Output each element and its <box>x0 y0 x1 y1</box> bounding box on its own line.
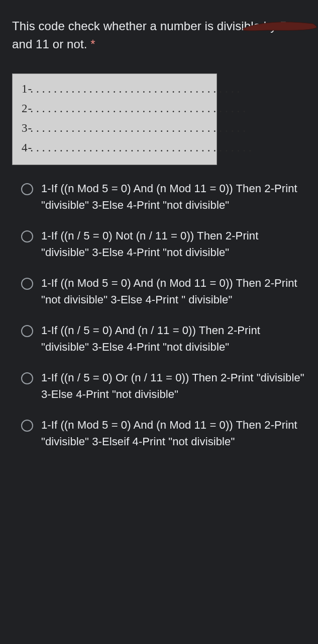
option-label: 1-If ((n Mod 5 = 0) And (n Mod 11 = 0)) … <box>41 180 306 213</box>
option-3[interactable]: 1-If ((n Mod 5 = 0) And (n Mod 11 = 0)) … <box>12 275 306 308</box>
radio-icon[interactable] <box>21 420 33 432</box>
required-asterisk: * <box>90 37 95 51</box>
radio-icon[interactable] <box>21 372 33 384</box>
option-1[interactable]: 1-If ((n Mod 5 = 0) And (n Mod 11 = 0)) … <box>12 180 306 213</box>
option-label: 1-If ((n Mod 5 = 0) And (n Mod 11 = 0)) … <box>41 417 306 450</box>
option-label: 1-If ((n / 5 = 0) And (n / 11 = 0)) Then… <box>41 322 306 355</box>
code-line-4: 4-...................................... <box>22 138 207 157</box>
code-fill-blank-box: 1-.................................... 2… <box>12 73 217 165</box>
option-2[interactable]: 1-If ((n / 5 = 0) Not (n / 11 = 0)) Then… <box>12 227 306 261</box>
option-label: 1-If ((n / 5 = 0) Or (n / 11 = 0)) Then … <box>41 369 306 403</box>
code-line-3: 3-..................................... <box>22 118 207 138</box>
code-line-2: 2-..................................... <box>22 99 207 118</box>
radio-icon[interactable] <box>21 278 33 290</box>
radio-icon[interactable] <box>21 325 33 337</box>
option-6[interactable]: 1-If ((n Mod 5 = 0) And (n Mod 11 = 0)) … <box>12 417 306 450</box>
option-label: 1-If ((n Mod 5 = 0) And (n Mod 11 = 0)) … <box>41 275 306 308</box>
radio-icon[interactable] <box>21 183 33 195</box>
option-5[interactable]: 1-If ((n / 5 = 0) Or (n / 11 = 0)) Then … <box>12 369 306 403</box>
option-label: 1-If ((n / 5 = 0) Not (n / 11 = 0)) Then… <box>41 227 306 261</box>
pen-scribble-decoration <box>238 16 318 36</box>
radio-icon[interactable] <box>21 230 33 243</box>
option-4[interactable]: 1-If ((n / 5 = 0) And (n / 11 = 0)) Then… <box>12 322 306 355</box>
code-line-1: 1-.................................... <box>22 79 207 99</box>
options-group: 1-If ((n Mod 5 = 0) And (n Mod 11 = 0)) … <box>12 180 306 450</box>
